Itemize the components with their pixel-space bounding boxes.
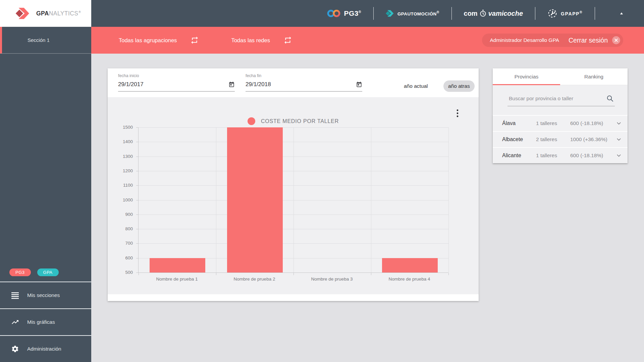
- sidebar-bottom: PG3GPA Mis seccionesMis gráficasAdminist…: [0, 268, 91, 362]
- x-tick-mark: [216, 273, 216, 275]
- y-tick-label: 1100: [105, 183, 133, 188]
- province-name: Albacete: [502, 136, 536, 142]
- y-tick-mark: [136, 258, 139, 258]
- logout-button[interactable]: Cerrar sesión: [569, 36, 621, 45]
- redes-filter-label[interactable]: Todas las redes: [231, 37, 270, 44]
- year-back-button[interactable]: año atras: [443, 80, 475, 92]
- x-tick-mark: [448, 273, 449, 275]
- logout-x-icon[interactable]: [612, 36, 621, 45]
- provinces-panel: ProvinciasRanking Álava1 talleres600 (-1…: [493, 68, 628, 163]
- y-tick-label: 1300: [105, 154, 133, 159]
- user-session-pill: Administrador Desarrollo GPA Cerrar sesi…: [482, 34, 624, 47]
- y-tick-mark: [136, 142, 139, 142]
- gpautomocion-label: GPAUTOMOCIÓN®: [397, 10, 439, 16]
- province-search-field: [507, 92, 615, 106]
- logout-label: Cerrar sesión: [569, 37, 608, 44]
- sidebar-badges: PG3GPA: [0, 268, 91, 282]
- y-tick-label: 1400: [105, 139, 133, 144]
- y-tick-label: 500: [105, 270, 133, 275]
- tab-ranking[interactable]: Ranking: [560, 68, 628, 85]
- gpautomocion-arrow-icon: [386, 9, 394, 17]
- sidebar: GPANALYTICS® Sección 1 PG3GPA Mis seccio…: [0, 0, 91, 362]
- agrupaciones-swap-icon[interactable]: [190, 36, 199, 45]
- x-tick-mark: [293, 273, 294, 275]
- badge-gpa: GPA: [37, 268, 59, 276]
- x-tick-label: Nombre de prueba 1: [138, 277, 216, 282]
- sidebar-item-administracion[interactable]: Administración: [0, 335, 91, 362]
- badge-pg3: PG3: [9, 268, 31, 276]
- province-talleres-count: 1 talleres: [536, 153, 570, 159]
- chevron-down-icon[interactable]: [615, 136, 623, 143]
- chart-icon: [11, 318, 19, 326]
- sidebar-item-label: Mis gráficas: [27, 319, 55, 325]
- bar-nombre-de-prueba-1[interactable]: [150, 258, 205, 273]
- y-tick-mark: [136, 185, 139, 186]
- bar-nombre-de-prueba-2[interactable]: [227, 127, 283, 273]
- bar-nombre-de-prueba-4[interactable]: [382, 258, 438, 273]
- brand-logo: GPANALYTICS®: [0, 0, 91, 27]
- y-tick-label: 1500: [105, 125, 133, 130]
- panel-tabs: ProvinciasRanking: [493, 68, 628, 85]
- fecha-fin-field: fecha fin: [246, 73, 362, 92]
- province-talleres-count: 2 talleres: [536, 136, 570, 142]
- y-tick-mark: [136, 243, 139, 244]
- province-value: 600 (-18.18%): [570, 153, 615, 159]
- agrupaciones-filter-label[interactable]: Todas las agrupaciones: [119, 37, 177, 44]
- y-tick-label: 700: [105, 241, 133, 246]
- province-talleres-count: 1 talleres: [536, 120, 570, 126]
- chart-legend: COSTE MEDIO POR TALLER: [108, 117, 479, 125]
- sidebar-nav: Mis seccionesMis gráficasAdministración: [0, 282, 91, 362]
- province-row-albacete[interactable]: Albacete2 talleres1000 (+36.36%): [493, 131, 628, 147]
- fecha-inicio-field: fecha inicio: [118, 73, 235, 92]
- year-current-button[interactable]: año actual: [399, 80, 433, 92]
- province-value: 1000 (+36.36%): [570, 136, 615, 142]
- pg3-label: PG3®: [344, 9, 361, 17]
- x-tick-label: Nombre de prueba 3: [293, 277, 371, 282]
- y-tick-label: 1200: [105, 168, 133, 174]
- y-tick-label: 800: [105, 226, 133, 232]
- date-toolbar: fecha inicio fecha fin año actual: [108, 68, 479, 97]
- redes-swap-icon[interactable]: [283, 36, 292, 45]
- sidebar-item-seccion-1[interactable]: Sección 1: [0, 27, 91, 54]
- tab-provincias[interactable]: Provincias: [493, 68, 560, 85]
- chevron-down-icon[interactable]: [615, 120, 623, 127]
- panel-body: Álava1 talleres600 (-18.18%)Albacete2 ta…: [493, 85, 628, 163]
- calendar-icon[interactable]: [228, 81, 235, 88]
- province-row-alava[interactable]: Álava1 talleres600 (-18.18%): [493, 115, 628, 131]
- gridline-v: [216, 127, 216, 273]
- y-tick-mark: [136, 157, 139, 157]
- y-tick-label: 600: [105, 255, 133, 261]
- y-tick-mark: [136, 200, 139, 200]
- province-row-alicante[interactable]: Alicante1 talleres600 (-18.18%): [493, 147, 628, 163]
- chart-title: COSTE MEDIO POR TALLER: [261, 118, 339, 124]
- brand-logo-text: GPANALYTICS®: [36, 10, 81, 17]
- gpautomocion-logo: GPAUTOMOCIÓN®: [386, 9, 439, 17]
- plot-area: [138, 127, 448, 273]
- y-tick-label: 1000: [105, 197, 133, 203]
- comprobamicoche-logo: com vamicoche: [464, 9, 523, 17]
- fecha-fin-input[interactable]: [246, 81, 346, 88]
- chevron-down-icon[interactable]: [615, 152, 623, 159]
- gpa-arrow-logo-icon: [15, 7, 31, 20]
- legend-dot-icon: [248, 117, 255, 125]
- search-icon: [606, 95, 614, 103]
- sidebar-item-mis-graficas[interactable]: Mis gráficas: [0, 308, 91, 335]
- collapse-arrow-icon[interactable]: [619, 11, 625, 16]
- chart-card: fecha inicio fecha fin año actual: [108, 68, 479, 301]
- province-value: 600 (-18.18%): [570, 120, 615, 126]
- x-tick-mark: [371, 273, 371, 275]
- province-name: Álava: [502, 120, 536, 126]
- fecha-fin-label: fecha fin: [246, 73, 362, 78]
- x-tick-label: Nombre de prueba 2: [216, 277, 293, 282]
- top-header: PG3® GPAUTOMOCIÓN® com vamicoche: [91, 0, 644, 27]
- chart-area: COSTE MEDIO POR TALLER 50060070080090010…: [108, 97, 479, 294]
- fecha-inicio-input[interactable]: [118, 81, 219, 88]
- sidebar-item-mis-secciones[interactable]: Mis secciones: [0, 282, 91, 308]
- calendar-icon[interactable]: [356, 81, 362, 88]
- search-input[interactable]: [508, 95, 600, 102]
- y-tick-mark: [136, 171, 139, 171]
- header-divider: [373, 7, 374, 20]
- app-root: GPANALYTICS® Sección 1 PG3GPA Mis seccio…: [0, 0, 644, 362]
- x-tick-mark: [139, 273, 139, 275]
- y-tick-mark: [136, 273, 139, 273]
